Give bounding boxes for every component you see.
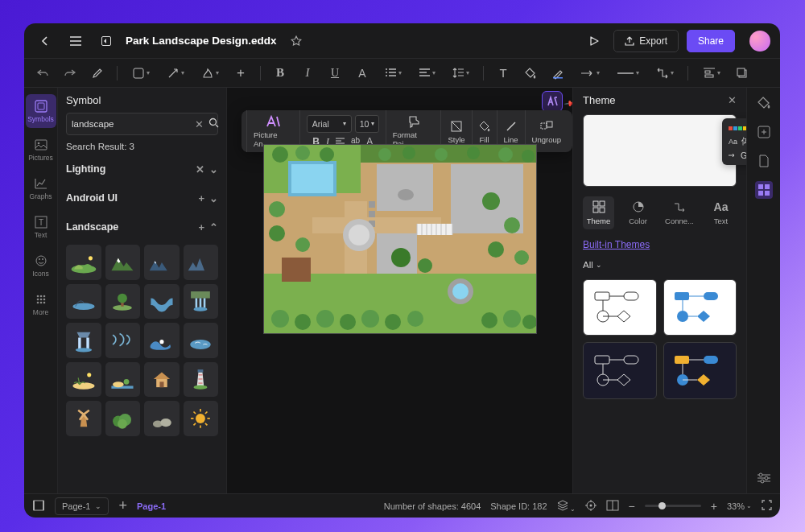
brush-icon[interactable] (87, 63, 108, 84)
redo-button[interactable] (60, 63, 80, 84)
page-width-icon[interactable] (32, 500, 45, 513)
theme-thumb-4[interactable] (663, 342, 737, 398)
symbol-sun[interactable] (184, 401, 219, 436)
theme-thumb-2[interactable] (663, 279, 737, 336)
symbol-stream[interactable] (105, 323, 141, 358)
avatar[interactable] (749, 31, 770, 52)
symbol-pond[interactable] (184, 323, 219, 358)
undo-button[interactable] (32, 63, 53, 84)
rail-symbols[interactable]: Symbols (26, 94, 56, 128)
theme-filter[interactable]: All⌄ (583, 260, 737, 270)
connector-tab[interactable]: Conne... (662, 196, 697, 229)
fill-bucket-icon[interactable] (520, 63, 541, 84)
align-dropdown[interactable]: ▾ (413, 64, 440, 83)
font-color-button[interactable]: A (352, 63, 373, 84)
symbol-rocks[interactable] (144, 401, 180, 436)
pin-icon[interactable]: 📌 (564, 97, 572, 109)
rightrail-settings[interactable] (755, 469, 773, 487)
fullscreen-icon[interactable] (762, 500, 772, 512)
category-android[interactable]: Android UI+⌄ (66, 187, 218, 209)
category-lighting[interactable]: Lighting✕⌄ (66, 158, 218, 180)
expand-icon[interactable]: ⌃ (209, 221, 218, 233)
size-selector[interactable]: 10▾ (355, 115, 379, 133)
close-panel-icon[interactable]: ✕ (728, 94, 737, 106)
menu-button[interactable] (64, 30, 87, 52)
symbol-lighthouse[interactable] (184, 362, 219, 398)
rightrail-add[interactable] (755, 123, 773, 141)
symbol-river[interactable] (144, 284, 180, 320)
back-button[interactable] (34, 30, 56, 52)
symbol-wave[interactable] (144, 323, 180, 358)
theme-thumb-1[interactable] (583, 279, 657, 336)
general-option-1[interactable]: General (729, 123, 746, 133)
rightrail-fill[interactable] (755, 94, 773, 112)
underline-button[interactable]: U (324, 63, 345, 84)
search-icon[interactable] (208, 118, 219, 130)
linespacing-dropdown[interactable]: ▾ (447, 64, 474, 83)
search-field[interactable]: ✕ (66, 113, 218, 135)
zoom-out[interactable]: − (629, 500, 635, 513)
symbol-windmill[interactable] (66, 401, 101, 436)
rail-text[interactable]: TText (26, 210, 56, 244)
ai-button[interactable] (542, 91, 563, 112)
category-landscape[interactable]: Landscape+⌃ (66, 216, 218, 238)
symbol-bush[interactable] (105, 401, 141, 436)
rail-graphs[interactable]: Graphs (26, 171, 56, 205)
rightrail-theme[interactable] (755, 181, 773, 199)
symbol-cascade[interactable] (66, 323, 101, 358)
add-icon[interactable]: + (230, 63, 251, 84)
rail-more[interactable]: More (26, 287, 56, 321)
font-selector[interactable]: Arial▾ (307, 115, 352, 133)
bold-button[interactable]: B (270, 63, 291, 84)
connector-style-dropdown[interactable]: ▾ (650, 64, 679, 83)
stroke-icon[interactable] (547, 63, 568, 84)
collapse-icon[interactable]: ⌄ (209, 163, 218, 175)
rightrail-page[interactable] (755, 152, 773, 170)
symbol-waterfall[interactable] (184, 284, 219, 320)
collapse-icon[interactable]: ⌄ (209, 192, 218, 204)
play-button[interactable] (583, 30, 605, 52)
shape-align-dropdown[interactable]: ▾ (697, 64, 725, 83)
search-input[interactable] (72, 119, 190, 129)
zoom-in[interactable]: + (711, 500, 717, 513)
layers-status-icon[interactable]: ⌄ (557, 500, 576, 513)
general-option-3[interactable]: General (729, 151, 746, 160)
arrow-style-dropdown[interactable]: ▾ (575, 64, 605, 83)
color-tab[interactable]: Color (622, 196, 654, 229)
theme-thumb-3[interactable] (583, 342, 657, 398)
symbol-ridge[interactable] (184, 245, 219, 280)
text-tool-button[interactable]: T (493, 63, 514, 84)
general-option-2[interactable]: Aa体 (729, 136, 746, 147)
file-icon[interactable] (95, 30, 118, 52)
layers-icon[interactable] (732, 63, 753, 84)
favorite-button[interactable] (285, 30, 308, 52)
symbol-island-tree[interactable] (105, 284, 141, 320)
shape-dropdown[interactable]: ▾ (126, 64, 155, 83)
symbol-hills[interactable] (66, 245, 101, 280)
page-selector[interactable]: Page-1⌄ (55, 497, 109, 515)
text-tab[interactable]: AaText (705, 196, 737, 229)
canvas-page[interactable] (263, 144, 537, 334)
rail-pictures[interactable]: Pictures (26, 133, 56, 167)
symbol-beach[interactable] (66, 362, 101, 398)
symbol-hut[interactable] (144, 362, 180, 398)
line-style-dropdown[interactable]: ▾ (611, 64, 644, 83)
symbol-lake[interactable] (66, 284, 101, 320)
symbol-shore[interactable] (105, 362, 141, 398)
builtin-themes-link[interactable]: Built-in Themes (583, 239, 737, 250)
connector-dropdown[interactable]: ▾ (161, 64, 189, 83)
share-button[interactable]: Share (687, 30, 735, 52)
symbol-mountain[interactable] (105, 245, 141, 280)
export-button[interactable]: Export (613, 30, 679, 52)
add-category-icon[interactable]: + (198, 192, 204, 204)
theme-tab[interactable]: Theme (583, 196, 614, 229)
drawing-dropdown[interactable]: ▾ (196, 64, 224, 83)
clear-search-icon[interactable]: ✕ (195, 118, 204, 130)
bullets-dropdown[interactable]: ▾ (379, 64, 407, 83)
italic-button[interactable]: I (297, 63, 318, 84)
pages-icon[interactable] (606, 500, 619, 513)
focus-icon[interactable] (585, 500, 597, 513)
zoom-level[interactable]: 33%⌄ (727, 501, 752, 511)
symbol-peaks[interactable] (144, 245, 180, 280)
page-tab[interactable]: Page-1 (137, 501, 166, 511)
